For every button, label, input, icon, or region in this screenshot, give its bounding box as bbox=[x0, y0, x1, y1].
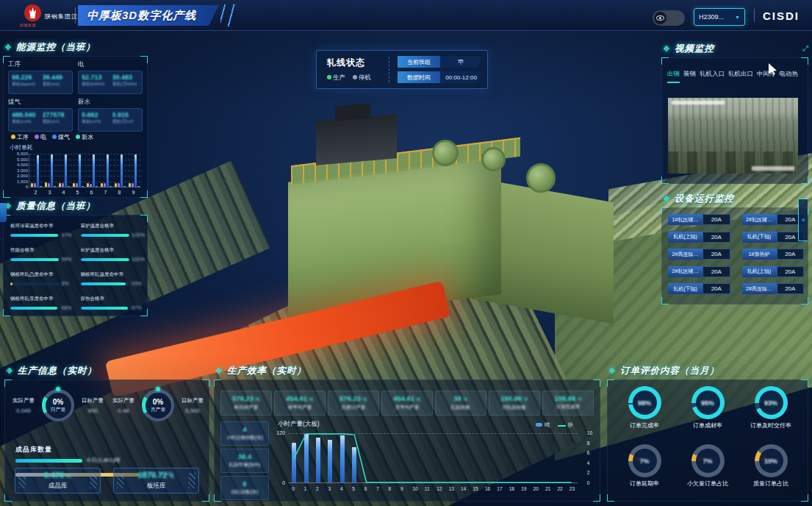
equipment-item[interactable]: 轧机(下辊)20A bbox=[742, 232, 805, 243]
equipment-item[interactable]: 2#轧区辅…20A bbox=[742, 214, 805, 225]
actual-label: 实际产量 bbox=[8, 397, 39, 405]
camera-tab-装钢[interactable]: 装钢 bbox=[683, 70, 696, 83]
shift-select-dropdown[interactable]: H2309... ▼ bbox=[694, 8, 745, 26]
equipment-item[interactable]: 轧机(上辊)20A bbox=[668, 232, 730, 243]
efficiency-side-stat: 8待轧块数(块) bbox=[220, 476, 269, 500]
progress-track bbox=[10, 282, 60, 285]
order-donut: 7%小欠量订单占比 bbox=[677, 444, 739, 498]
metric-value: 30.483 bbox=[112, 74, 140, 81]
bar bbox=[109, 186, 112, 187]
quality-label: 钢板终轧厚度命中率 bbox=[10, 296, 73, 302]
energy-chart: 01,0002,0003,0004,0005,0006,00023456789 bbox=[8, 152, 143, 196]
quality-bar-row: 100% bbox=[81, 257, 144, 262]
order-donut: 7%订单延期率 bbox=[614, 444, 675, 498]
store-box[interactable]: 0.476 吨成品库 bbox=[15, 468, 101, 493]
quality-item: 钢板终轧厚度命中率96% bbox=[10, 296, 73, 310]
stat-label: 月平均产量 bbox=[382, 405, 432, 411]
efficiency-stats: 576.23 吨昨日班产量454.61 吨班平均产量576.23 吨日累计产量4… bbox=[220, 391, 594, 416]
camera-tab-出钢[interactable]: 出钢 bbox=[667, 70, 680, 83]
efficiency-stat: 190.86 块日轧制块数 bbox=[489, 391, 540, 416]
bar bbox=[54, 186, 56, 187]
gauge-donut: 0%日产量 bbox=[42, 389, 74, 421]
equipment-item[interactable]: 2#轧区辅…20A bbox=[668, 266, 730, 277]
equipment-item[interactable]: 1#加热炉20A bbox=[742, 249, 805, 260]
right-tick: 0 bbox=[587, 480, 592, 485]
equipment-item[interactable]: 轧机(下辊)20A bbox=[668, 283, 730, 294]
x-tick: 5 bbox=[76, 190, 79, 195]
bar bbox=[115, 183, 117, 187]
bar bbox=[90, 184, 92, 188]
line-status-legend: 生产停机 bbox=[327, 74, 371, 82]
y-tick: 4,000 bbox=[10, 163, 28, 167]
progress-track bbox=[81, 258, 130, 261]
metric-label: 单耗(kgce/t) bbox=[12, 81, 39, 88]
metric-label: 累耗(万m³) bbox=[112, 118, 140, 125]
store-box[interactable]: 8876.72 吨板坯库 bbox=[113, 468, 199, 493]
right-tick: 6 bbox=[587, 450, 592, 455]
actual-value: 0.48 bbox=[108, 407, 139, 414]
store-value: 8876.72 吨 bbox=[138, 471, 175, 480]
metric-value: 486.040 bbox=[12, 111, 39, 118]
equipment-item[interactable]: 2#高压除…20A bbox=[742, 283, 805, 294]
left-collapse-tab[interactable] bbox=[0, 203, 7, 222]
donut-value: 93% bbox=[764, 399, 777, 407]
energy-metric-box: 0.662单耗(m³/t)0.915累耗(万m³) bbox=[78, 108, 143, 132]
camera-tab-轧机出口[interactable]: 轧机出口 bbox=[728, 70, 753, 83]
stat-unit: 块 bbox=[463, 396, 468, 402]
x-tick: 14 bbox=[461, 486, 466, 491]
quality-label: 钢板终轧凸度命中率 bbox=[10, 271, 73, 278]
quality-value: 96% bbox=[62, 305, 73, 310]
energy-metric: 277578累耗(m³) bbox=[43, 111, 70, 129]
x-tick: 13 bbox=[449, 486, 454, 491]
right-collapse-tab[interactable]: » bbox=[798, 199, 808, 241]
bar bbox=[73, 183, 75, 187]
metric-label: 单耗(m³/t) bbox=[82, 118, 109, 125]
bar bbox=[132, 183, 134, 187]
progress-fill bbox=[81, 234, 130, 237]
legend-item: 吨 bbox=[536, 421, 550, 429]
gauge-dot bbox=[156, 387, 160, 391]
legend-dot bbox=[35, 135, 39, 139]
progress-fill bbox=[10, 307, 57, 310]
visibility-toggle[interactable] bbox=[653, 10, 685, 26]
legend-line-marker bbox=[558, 425, 566, 427]
production-panel-title: 生产信息（实时） bbox=[18, 365, 97, 377]
energy-groups: 工序68.226单耗(kgce/t)39.449累耗(tce)电52.713单耗… bbox=[8, 60, 143, 132]
bar bbox=[101, 183, 103, 187]
equipment-panel-title: 设备运行监控 bbox=[675, 193, 734, 205]
x-tick: 16 bbox=[485, 486, 490, 491]
equipment-item[interactable]: 1#轧区辅…20A bbox=[668, 214, 730, 225]
status-badge: 当前班组甲 bbox=[398, 56, 482, 68]
equipment-item[interactable]: 轧机(上辊)20A bbox=[742, 266, 805, 277]
y-axis-min: 0 bbox=[269, 480, 285, 485]
donut-value: 95% bbox=[701, 399, 714, 407]
quality-value: 97% bbox=[62, 232, 73, 238]
legend-dot bbox=[76, 135, 80, 139]
camera-feed[interactable] bbox=[668, 98, 798, 174]
camera-tab-电动热[interactable]: 电动热 bbox=[780, 70, 799, 83]
energy-panel: ❖ 能源监控（当班） 工序68.226单耗(kgce/t)39.449累耗(tc… bbox=[3, 41, 148, 198]
quality-label: 装炉温度合格率 bbox=[81, 223, 144, 229]
badge-label: 当前班组 bbox=[398, 56, 440, 68]
badge-value: 00:00-12:00 bbox=[440, 71, 482, 83]
camera-tab-轧机入口[interactable]: 轧机入口 bbox=[700, 70, 725, 83]
badge-value: 甲 bbox=[440, 56, 482, 68]
x-tick: 7 bbox=[376, 486, 379, 491]
donut-label: 订单完成率 bbox=[630, 421, 659, 430]
quality-value: 99% bbox=[62, 257, 73, 262]
brand-logo: CISDI bbox=[763, 10, 800, 22]
donut-ring: 95% bbox=[691, 386, 725, 419]
expand-icon[interactable]: ⤢ bbox=[802, 44, 808, 53]
camera-label bbox=[752, 166, 794, 171]
stat-label: 轧制块数 bbox=[436, 405, 486, 411]
equipment-item[interactable]: 2#高压除…20A bbox=[668, 249, 730, 260]
efficiency-side-stat: 4小时过钢块数(块) bbox=[220, 421, 269, 446]
top-bar: 陕钢集团 陕钢集团汉钢公司 中厚板3D数字化产线 H2309... ▼ CISD… bbox=[0, 0, 812, 31]
quality-label: 钢板终轧温度命中率 bbox=[81, 271, 144, 278]
energy-group: 工序68.226单耗(kgce/t)39.449累耗(tce) bbox=[8, 60, 73, 94]
quality-item: 探伤合格率97% bbox=[81, 296, 144, 310]
gridline bbox=[29, 154, 141, 154]
quality-panel: ❖ 质量信息（当班） 板坯冷装温度命中率97%装炉温度合格率100%性能合格率9… bbox=[3, 200, 148, 316]
donut-label: 质量订单占比 bbox=[753, 480, 788, 488]
inventory-bar-row: 今日(1,801)吨 bbox=[15, 457, 203, 464]
